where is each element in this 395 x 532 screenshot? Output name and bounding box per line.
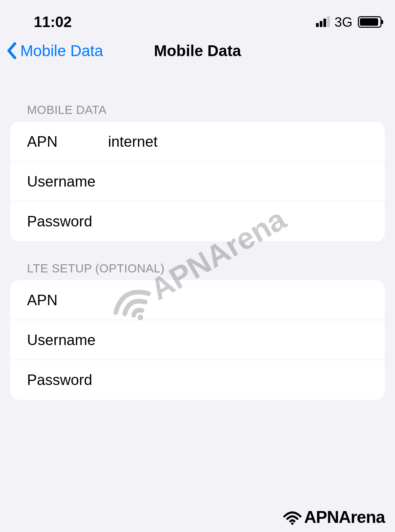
watermark-bottom: APNArena <box>282 507 385 527</box>
status-bar: 11:02 3G <box>0 0 395 37</box>
lte-password-label: Password <box>27 371 108 388</box>
settings-group-lte-setup: APN Username Password <box>10 280 385 400</box>
section-header-lte-setup: LTE SETUP (OPTIONAL) <box>0 241 395 280</box>
username-label: Username <box>27 173 108 190</box>
section-header-mobile-data: MOBILE DATA <box>0 71 395 122</box>
wifi-icon <box>282 508 302 526</box>
password-label: Password <box>27 213 108 230</box>
settings-row-lte-apn[interactable]: APN <box>10 280 385 320</box>
watermark-text: APNArena <box>304 507 385 527</box>
settings-group-mobile-data: APN Username Password <box>10 122 385 241</box>
chevron-left-icon <box>7 42 17 59</box>
password-input[interactable] <box>108 213 368 230</box>
apn-label: APN <box>27 133 108 150</box>
lte-apn-label: APN <box>27 292 108 309</box>
lte-username-label: Username <box>27 332 108 348</box>
svg-point-1 <box>291 522 293 525</box>
lte-password-input[interactable] <box>108 371 368 388</box>
lte-username-input[interactable] <box>108 332 368 348</box>
settings-row-lte-username[interactable]: Username <box>10 320 385 360</box>
nav-bar: Mobile Data Mobile Data <box>0 37 395 71</box>
status-right: 3G <box>316 15 381 30</box>
settings-row-username[interactable]: Username <box>10 162 385 201</box>
back-label: Mobile Data <box>20 42 103 60</box>
nav-title: Mobile Data <box>154 42 241 60</box>
settings-row-password[interactable]: Password <box>10 201 385 241</box>
lte-apn-input[interactable] <box>108 292 368 309</box>
settings-row-apn[interactable]: APN <box>10 122 385 162</box>
battery-icon <box>358 16 381 28</box>
username-input[interactable] <box>108 173 368 190</box>
settings-row-lte-password[interactable]: Password <box>10 360 385 400</box>
network-type: 3G <box>335 15 352 30</box>
apn-input[interactable] <box>108 133 368 150</box>
back-button[interactable]: Mobile Data <box>7 42 103 60</box>
status-time: 11:02 <box>34 14 72 30</box>
signal-icon <box>316 17 330 27</box>
